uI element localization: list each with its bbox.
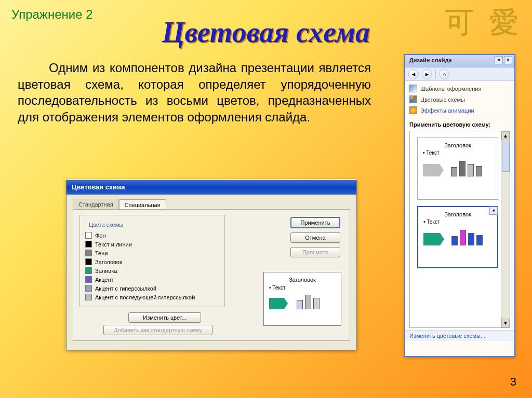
scroll-thumb[interactable] bbox=[502, 141, 510, 172]
scroll-up-icon[interactable]: ▲ bbox=[501, 131, 510, 140]
tab-standard[interactable]: Стандартная bbox=[73, 199, 119, 210]
color-swatch bbox=[85, 250, 92, 256]
page-number: 3 bbox=[510, 375, 516, 389]
close-icon[interactable]: × bbox=[504, 56, 512, 64]
body-text: Одним из компонентов дизайна презентации… bbox=[18, 60, 371, 126]
color-swatch bbox=[85, 232, 92, 239]
color-item[interactable]: Фон bbox=[85, 231, 219, 240]
preview-bullet-text: Текст bbox=[272, 285, 285, 291]
thumbnail-bullet: • Текст bbox=[423, 219, 492, 225]
change-schemes-link[interactable]: Изменить цветовые схемы... bbox=[405, 330, 514, 341]
color-item-label: Акцент с последующей гиперссылкой bbox=[95, 294, 195, 300]
tab-custom[interactable]: Специальная bbox=[119, 199, 166, 210]
add-standard-button[interactable]: Добавить как стандартную схему bbox=[103, 325, 212, 335]
color-item[interactable]: Тени bbox=[85, 249, 219, 257]
apply-scheme-label: Применить цветовую схему: bbox=[405, 118, 514, 129]
scheme-thumbnail[interactable]: ▾Заголовок• Текст bbox=[417, 206, 498, 268]
color-list: ФонТекст и линииТениЗаголовокЗаливкаАкце… bbox=[85, 231, 219, 301]
scheme-thumbnail-list: ▲ ▼ Заголовок• Текст▾Заголовок• Текст bbox=[409, 131, 510, 328]
thumbnail-title: Заголовок bbox=[423, 211, 492, 217]
templates-icon bbox=[409, 85, 417, 92]
color-schemes-icon bbox=[409, 95, 417, 103]
color-swatch bbox=[85, 276, 92, 283]
home-icon[interactable]: ⌂ bbox=[439, 69, 449, 79]
color-item-label: Текст и линии bbox=[95, 241, 132, 248]
taskpane-links: Шаблоны оформления Цветовые схемы Эффект… bbox=[405, 81, 514, 118]
animation-label: Эффекты анимации bbox=[420, 107, 474, 114]
color-item-label: Фон bbox=[95, 232, 106, 239]
preview-bullet: • Текст bbox=[269, 285, 336, 291]
forward-icon[interactable]: ► bbox=[422, 69, 432, 79]
color-item-label: Тени bbox=[95, 250, 108, 256]
group-title: Цвета схемы bbox=[87, 222, 125, 228]
preview-shape-icon bbox=[269, 298, 288, 309]
color-item[interactable]: Текст и линии bbox=[85, 240, 219, 249]
cancel-button[interactable]: Отмена bbox=[290, 232, 340, 243]
dialog-preview: Заголовок • Текст bbox=[263, 272, 341, 326]
color-swatch bbox=[85, 258, 92, 265]
thumbnail-title: Заголовок bbox=[423, 142, 493, 148]
taskpane-toolbar: ◄ ► ⌂ bbox=[405, 67, 514, 81]
color-item-label: Акцент bbox=[95, 277, 114, 283]
templates-label: Шаблоны оформления bbox=[420, 86, 481, 92]
thumbnail-shape-icon bbox=[423, 164, 444, 176]
dialog-titlebar[interactable]: Цветовая схема bbox=[66, 180, 356, 195]
color-swatch bbox=[85, 294, 92, 300]
color-schemes-label: Цветовые схемы bbox=[420, 97, 465, 103]
color-item[interactable]: Акцент с гиперссылкой bbox=[85, 284, 219, 293]
change-color-button[interactable]: Изменить цвет... bbox=[128, 312, 201, 323]
slide-design-taskpane: Дизайн слайда ▾ × ◄ ► ⌂ Шаблоны оформлен… bbox=[404, 54, 515, 357]
taskpane-header[interactable]: Дизайн слайда ▾ × bbox=[405, 55, 514, 67]
preview-button[interactable]: Просмотр bbox=[290, 247, 340, 257]
color-item-label: Заголовок bbox=[95, 259, 122, 265]
preview-bars-icon bbox=[297, 295, 320, 309]
apply-button[interactable]: Применить bbox=[290, 217, 340, 228]
page-title: Цветовая схема bbox=[0, 16, 532, 49]
taskpane-menu-icon[interactable]: ▾ bbox=[495, 56, 503, 64]
taskpane-title: Дизайн слайда bbox=[409, 57, 452, 63]
dialog-tabbar: Стандартная Специальная bbox=[73, 199, 350, 210]
preview-title: Заголовок bbox=[269, 277, 336, 283]
dialog-buttons: Применить Отмена Просмотр bbox=[290, 217, 340, 257]
back-icon[interactable]: ◄ bbox=[408, 69, 419, 79]
thumbnail-bars-icon bbox=[451, 161, 482, 176]
animation-icon bbox=[409, 106, 417, 114]
color-item-label: Акцент с гиперссылкой bbox=[95, 285, 156, 292]
thumbnail-dropdown-icon[interactable]: ▾ bbox=[489, 207, 498, 215]
color-swatch bbox=[85, 267, 92, 274]
separator bbox=[435, 70, 436, 79]
dialog-panel: Цвета схемы ФонТекст и линииТениЗаголово… bbox=[73, 209, 350, 341]
color-schemes-link[interactable]: Цветовые схемы bbox=[409, 94, 510, 105]
scroll-down-icon[interactable]: ▼ bbox=[501, 319, 510, 327]
scheme-colors-group: Цвета схемы ФонТекст и линииТениЗаголово… bbox=[79, 215, 225, 307]
color-item[interactable]: Заголовок bbox=[85, 257, 219, 266]
thumbnail-bars-icon bbox=[451, 230, 483, 245]
color-item-label: Заливка bbox=[95, 268, 117, 274]
animation-effects-link[interactable]: Эффекты анимации bbox=[409, 105, 510, 116]
color-item[interactable]: Акцент с последующей гиперссылкой bbox=[85, 293, 219, 301]
templates-link[interactable]: Шаблоны оформления bbox=[409, 83, 510, 94]
color-swatch bbox=[85, 241, 92, 248]
color-item[interactable]: Заливка bbox=[85, 266, 219, 275]
color-item[interactable]: Акцент bbox=[85, 275, 219, 284]
color-scheme-dialog: Цветовая схема Стандартная Специальная Ц… bbox=[66, 179, 357, 350]
scheme-thumbnail[interactable]: Заголовок• Текст bbox=[417, 138, 498, 200]
color-swatch bbox=[85, 285, 92, 292]
thumbnail-shape-icon bbox=[423, 233, 444, 245]
thumbnail-bullet: • Текст bbox=[423, 150, 493, 156]
scrollbar[interactable]: ▲ ▼ bbox=[501, 131, 510, 327]
